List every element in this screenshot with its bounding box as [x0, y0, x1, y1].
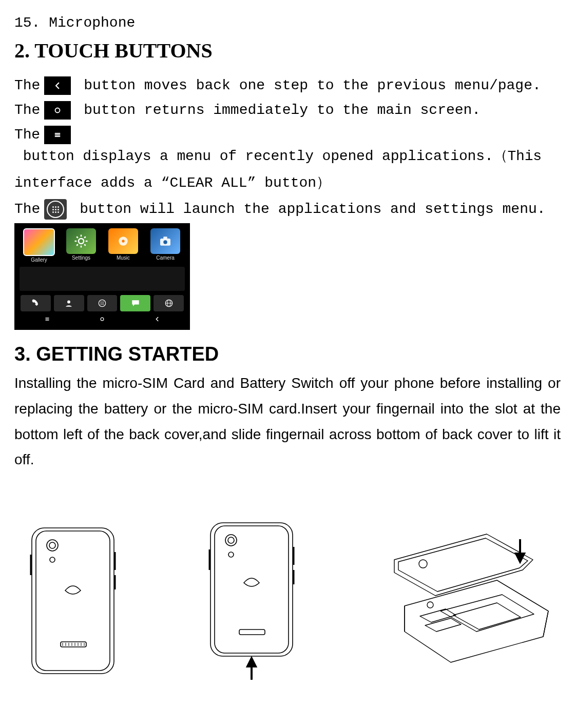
svg-rect-54	[215, 526, 289, 653]
nav-home-icon	[74, 312, 129, 326]
text: The	[14, 75, 40, 96]
back-button-icon	[44, 76, 71, 95]
svg-point-64	[419, 560, 427, 568]
recent-apps-button-icon	[44, 126, 71, 144]
list-item-microphone: 15. Microphone	[14, 10, 561, 35]
svg-marker-67	[516, 554, 524, 562]
svg-point-27	[102, 304, 103, 305]
svg-point-14	[122, 240, 124, 242]
svg-rect-17	[163, 237, 167, 239]
svg-rect-53	[210, 523, 293, 656]
dock-apps-icon	[87, 295, 118, 311]
svg-point-0	[55, 108, 60, 113]
dock-browser-icon	[154, 295, 184, 311]
text: The	[14, 199, 40, 220]
text: The	[14, 100, 40, 121]
svg-point-40	[50, 557, 55, 562]
diagram-phone-back-icon	[16, 524, 129, 678]
app-gallery-icon: Gallery	[20, 228, 59, 263]
svg-rect-58	[239, 629, 265, 635]
svg-point-20	[101, 302, 102, 303]
dock-row	[20, 293, 185, 312]
dock-contacts-icon	[54, 295, 84, 311]
svg-point-25	[103, 303, 104, 304]
svg-point-38	[47, 540, 58, 551]
text: The	[14, 124, 40, 146]
svg-point-39	[49, 542, 55, 548]
text: button will launch the applications and …	[71, 199, 545, 220]
svg-point-18	[67, 301, 70, 304]
svg-point-4	[79, 239, 84, 244]
svg-rect-36	[32, 528, 114, 674]
touch-line-recent: The button displays a menu of recently o…	[14, 124, 561, 167]
svg-point-16	[163, 240, 167, 244]
svg-line-10	[84, 244, 86, 246]
diagram-open-isometric-icon	[374, 524, 559, 678]
svg-point-24	[102, 303, 103, 304]
touch-line-apps: The button will launch the applications …	[14, 199, 561, 220]
app-music-icon: Music	[104, 228, 143, 263]
svg-point-21	[102, 302, 103, 303]
heading-touch-buttons: 2. TOUCH BUTTONS	[14, 38, 561, 63]
apps-menu-button-icon	[44, 199, 67, 220]
nav-recent-icon	[20, 312, 74, 326]
nav-row	[20, 312, 185, 326]
phone-homescreen-illustration: Gallery Settings Music	[14, 223, 190, 330]
svg-point-65	[427, 602, 433, 608]
touch-line-recent-cont: interface adds a “CLEAR ALL” button）	[14, 170, 561, 195]
heading-getting-started: 3. GETTING STARTED	[14, 343, 561, 365]
svg-point-28	[103, 304, 104, 305]
svg-rect-37	[36, 531, 110, 671]
app-camera-icon: Camera	[146, 228, 185, 263]
nav-back-icon	[130, 312, 185, 326]
svg-point-26	[101, 304, 102, 305]
paragraph-getting-started: Installing the micro-SIM Card and Batter…	[14, 370, 561, 473]
svg-point-35	[101, 318, 104, 321]
svg-line-9	[76, 237, 78, 238]
svg-point-22	[103, 302, 104, 303]
dock-messages-icon	[120, 295, 150, 311]
svg-rect-41	[61, 642, 86, 647]
svg-marker-63	[247, 658, 256, 666]
svg-point-56	[228, 537, 234, 543]
svg-line-11	[76, 244, 78, 246]
svg-point-57	[228, 552, 234, 557]
touch-line-home: The button returns immediately to the ma…	[14, 100, 561, 121]
svg-point-23	[101, 303, 102, 304]
touch-line-back: The button moves back one step to the pr…	[14, 75, 561, 96]
diagram-lift-cover-icon	[190, 519, 313, 683]
text: button returns immediately to the main s…	[75, 100, 481, 121]
sim-install-diagrams	[14, 519, 561, 683]
app-settings-icon: Settings	[62, 228, 101, 263]
svg-line-12	[84, 237, 86, 238]
text: button moves back one step to the previo…	[75, 75, 541, 96]
home-button-icon	[44, 101, 71, 120]
dock-phone-icon	[21, 295, 51, 311]
svg-point-55	[225, 535, 237, 546]
text: button displays a menu of recently opene…	[14, 146, 542, 167]
